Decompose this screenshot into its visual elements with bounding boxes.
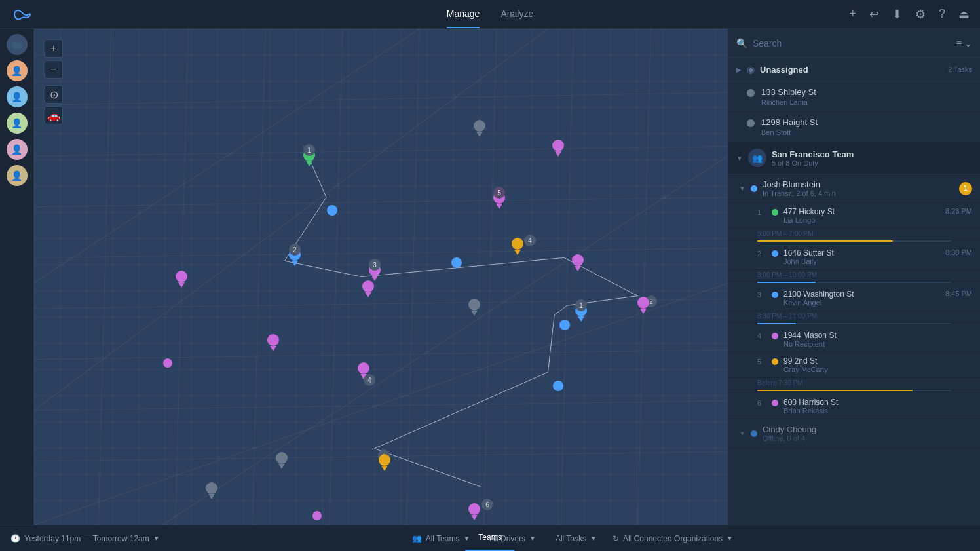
subtask-3[interactable]: 3 2100 Washington St Kevin Angel 8:45 PM — [728, 286, 980, 311]
time-filter[interactable]: 🕐 Yesterday 11pm — Tomorrow 12am ▼ — [10, 534, 160, 543]
pin-purple-dot-bottom[interactable] — [312, 511, 322, 520]
subtask-num-6: 6 — [757, 398, 766, 407]
driver-row-cindy[interactable]: ▼ Cindy Cheung Offline, 0 of 4 — [728, 419, 980, 448]
add-icon[interactable]: + — [849, 7, 856, 21]
tab-all-tasks[interactable]: All Tasks ▼ — [552, 534, 597, 543]
pin-purple-dot-lower-left[interactable] — [163, 358, 172, 368]
map-controls: + − ⊙ 🚗 — [45, 39, 63, 124]
list-view-icon[interactable]: ≡ — [956, 38, 962, 48]
zoom-out-button[interactable]: − — [45, 60, 63, 79]
zoom-in-button[interactable]: + — [45, 39, 63, 58]
pin-yellow[interactable] — [511, 238, 524, 255]
subtask-num-5: 5 — [757, 356, 766, 366]
time-range-5: Before 7:30 PM — [728, 378, 980, 390]
pin-gray-far-left[interactable] — [205, 482, 218, 499]
pin-purple-center[interactable] — [362, 280, 375, 297]
driver-badge-josh: 1 — [959, 182, 972, 195]
teams-tab-active[interactable]: Teams — [465, 525, 514, 551]
svg-point-1 — [12, 42, 18, 47]
driver-status-cindy: Offline, 0 of 4 — [763, 434, 972, 442]
download-icon[interactable]: ⬇ — [892, 7, 902, 22]
pin-blue-dot-lower[interactable] — [553, 381, 563, 391]
sidebar-avatar-2[interactable]: 👤 — [7, 86, 28, 107]
bottom-bar: 🕐 Yesterday 11pm — Tomorrow 12am ▼ 👥 All… — [0, 525, 980, 551]
pin-gray-lower-left[interactable] — [275, 452, 288, 469]
search-input[interactable] — [753, 38, 951, 48]
unassigned-label: Unassigned — [760, 65, 943, 75]
pin-blue-dot-center[interactable] — [451, 257, 462, 268]
map-area[interactable]: + − ⊙ 🚗 1 — [34, 29, 728, 525]
unassigned-chevron: ▶ — [736, 66, 742, 73]
task-item-shipley[interactable]: 133 Shipley St Rinchen Lama — [728, 82, 980, 112]
task-item-haight[interactable]: 1298 Haight St Ben Stott — [728, 112, 980, 142]
orgs-label: All Connected Organizations — [623, 534, 723, 543]
pin-orange-lower[interactable] — [378, 454, 391, 471]
progress-bar-3 — [757, 323, 796, 324]
progress-bar-container-5 — [757, 390, 951, 391]
settings-icon[interactable]: ⚙ — [915, 7, 926, 22]
expand-icon[interactable]: ⌄ — [964, 38, 972, 48]
subtask-time-1: 8:26 PM — [945, 207, 972, 215]
drivers-chevron-icon: ▼ — [529, 535, 536, 542]
subtask-dot-6 — [772, 400, 778, 406]
import-icon[interactable]: ↩ — [869, 7, 879, 22]
pin-green-1[interactable]: 1 — [303, 149, 316, 166]
left-sidebar: 👤 👤 👤 👤 👤 — [0, 29, 34, 525]
subtask-num-1: 1 — [757, 207, 766, 216]
pin-purple-left[interactable] — [175, 271, 188, 288]
pin-gray-top[interactable] — [473, 120, 486, 137]
time-range-1: 5:00 PM – 7:00 PM — [728, 229, 980, 240]
subtask-address-3: 2100 Washington St — [783, 290, 940, 299]
subtask-1[interactable]: 1 477 Hickory St Lia Longo 8:26 PM — [728, 203, 980, 229]
driver-row-josh[interactable]: ▼ Josh Blumstein In Transit, 2 of 6, 4 m… — [728, 174, 980, 203]
unassigned-group-header[interactable]: ▶ ◉ Unassigned 2 Tasks — [728, 58, 980, 82]
subtask-person-2: John Baily — [783, 257, 940, 265]
nav-tab-analyze[interactable]: Analyze — [500, 1, 533, 28]
progress-bar-container-2 — [757, 282, 951, 283]
subtask-num-3: 3 — [757, 290, 766, 299]
subtask-5[interactable]: 5 99 2nd St Gray McCarty — [728, 352, 980, 378]
help-icon[interactable]: ? — [939, 7, 945, 21]
pin-numbered-2[interactable]: 2 — [288, 249, 301, 266]
unassigned-icon: ◉ — [747, 64, 755, 75]
pin-numbered-1[interactable]: 1 — [575, 305, 588, 322]
top-nav: Manage Analyze + ↩ ⬇ ⚙ ? ⏏ — [0, 0, 980, 29]
nav-tab-manage[interactable]: Manage — [447, 1, 480, 28]
subtask-6[interactable]: 6 600 Harrison St Brian Rekasis — [728, 394, 980, 419]
signout-icon[interactable]: ⏏ — [958, 7, 970, 22]
sidebar-avatar-1[interactable]: 👤 — [7, 60, 28, 81]
sidebar-cloud-icon[interactable] — [7, 34, 28, 55]
subtask-person-5: Gray McCarty — [783, 366, 967, 373]
app-logo[interactable] — [10, 7, 34, 22]
subtask-address-6: 600 Harrison St — [783, 398, 967, 407]
pin-blue-dot-right[interactable] — [559, 320, 570, 330]
team-sub: 5 of 8 On Duty — [772, 159, 972, 167]
task-person-1: Rinchen Lama — [761, 98, 972, 106]
pin-purple-drop-lower[interactable] — [267, 334, 280, 351]
pin-purple-right[interactable] — [571, 254, 584, 271]
pin-purple-top-right[interactable] — [552, 140, 565, 157]
pin-purple-right2[interactable] — [637, 297, 650, 314]
center-button[interactable]: ⊙ — [45, 85, 63, 104]
pin-purple-lower-right[interactable] — [468, 503, 481, 520]
time-icon: 🕐 — [10, 534, 20, 543]
subtask-2[interactable]: 2 1646 Sutter St John Baily 8:38 PM — [728, 244, 980, 270]
driver-dot-josh — [751, 185, 757, 192]
team-info: San Francisco Team 5 of 8 On Duty — [772, 149, 972, 167]
sidebar-avatar-4[interactable]: 👤 — [7, 139, 28, 160]
unassigned-count: 2 Tasks — [948, 66, 972, 73]
tab-all-orgs[interactable]: ↻ All Connected Organizations ▼ — [612, 534, 733, 543]
subtask-dot-1 — [772, 209, 778, 216]
team-group-header[interactable]: ▼ 👥 San Francisco Team 5 of 8 On Duty — [728, 142, 980, 174]
pin-numbered-3[interactable]: 3 — [368, 264, 381, 281]
subtask-address-2: 1646 Sutter St — [783, 248, 940, 257]
sidebar-avatar-5[interactable]: 👤 — [7, 165, 28, 186]
pin-blue-2[interactable] — [327, 205, 337, 216]
car-filter-button[interactable]: 🚗 — [45, 106, 63, 124]
pin-purple-5[interactable]: 5 — [493, 192, 506, 209]
sidebar-avatar-3[interactable]: 👤 — [7, 113, 28, 134]
pin-gray-center[interactable] — [468, 299, 481, 316]
task-address-1: 133 Shipley St — [761, 87, 972, 97]
tab-all-teams[interactable]: 👥 All Teams ▼ — [412, 534, 470, 543]
subtask-4[interactable]: 4 1944 Mason St No Recipient — [728, 327, 980, 352]
